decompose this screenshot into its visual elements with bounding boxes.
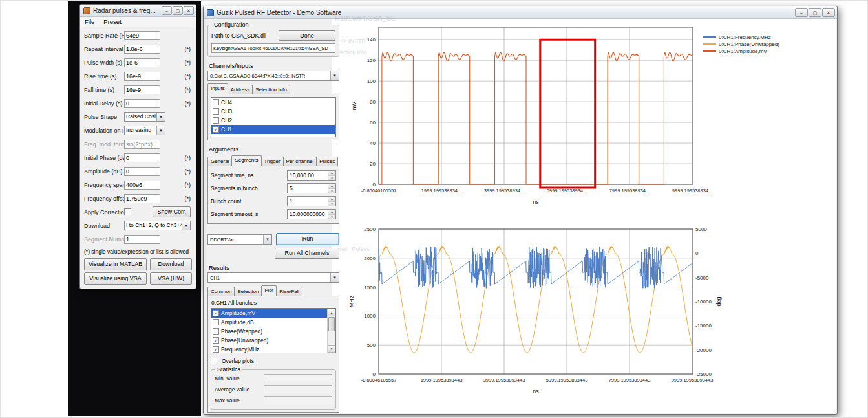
scrollbar[interactable]: ▲ ▼ — [327, 309, 335, 353]
spin-down-icon[interactable]: ▾ — [328, 176, 335, 181]
checkbox-icon[interactable] — [213, 108, 219, 115]
visualize-vsa-button[interactable]: Visualize using VSA — [84, 272, 147, 285]
plot-item-phase-unwrapped[interactable]: ✓ Phase(Unwrapped) — [211, 336, 327, 345]
tab-address[interactable]: Address — [228, 85, 253, 94]
checkbox-checked-icon[interactable]: ✓ — [213, 346, 219, 353]
channel-item-ch1[interactable]: ✓ CH1 — [211, 125, 335, 134]
minimize-button[interactable]: – — [162, 6, 172, 15]
checkbox-icon[interactable] — [213, 99, 219, 105]
channel-item-ch3[interactable]: CH3 — [211, 107, 335, 116]
visualize-matlab-button[interactable]: Visualize in MATLAB — [84, 258, 147, 270]
plot-item-amplitude-mv[interactable]: ✓ Amplitude,mV — [211, 309, 327, 318]
modulation-select[interactable]: Increasing ▾ — [124, 126, 165, 135]
repeat-interval-input[interactable]: 1.8e-6 — [124, 45, 160, 54]
amplitude-input[interactable]: 0 — [124, 167, 160, 176]
channel-item-ch4[interactable]: CH4 — [211, 98, 335, 107]
algorithm-select[interactable]: DDCRTVar ▾ — [207, 234, 272, 245]
checkbox-checked-icon[interactable]: ✓ — [213, 337, 219, 344]
spin-down-icon[interactable]: ▾ — [328, 202, 335, 206]
spin-down-icon[interactable]: ▾ — [328, 189, 335, 193]
tick-label: 3999.199538934... — [484, 188, 525, 193]
segment-number-input[interactable]: 1 — [124, 235, 160, 244]
initial-delay-input[interactable]: 0 — [124, 99, 160, 108]
download-button[interactable]: Download — [150, 258, 192, 270]
vsa-hw-button[interactable]: VSA (HW) — [150, 272, 192, 285]
tab-trigger[interactable]: Trigger — [261, 157, 284, 166]
run-all-channels-button[interactable]: Run All Channels — [275, 248, 339, 259]
menu-file[interactable]: File — [80, 17, 99, 26]
min-value-field[interactable] — [264, 374, 332, 382]
frequency-offset-input[interactable]: 1.750e9 — [124, 194, 160, 203]
close-button[interactable]: ✕ — [822, 8, 835, 17]
tab-general[interactable]: General — [207, 157, 232, 166]
field-suffix: (*) — [185, 195, 191, 202]
download-select[interactable]: I to Ch1+2, Q to Ch3+4... ▾ — [124, 221, 191, 230]
tab-selection-info[interactable]: Selection Info — [252, 85, 290, 94]
pulse-width-input[interactable]: 1e-6 — [124, 58, 160, 67]
device-select[interactable]: 0.Slot 3, GSA ADC 6044:PXI43::0::0::INST… — [207, 71, 339, 81]
overlap-plots-checkbox[interactable] — [211, 358, 217, 364]
tab-inputs[interactable]: Inputs — [207, 83, 228, 94]
sdk-path-input[interactable]: Keysight\GSA1 Toolkit 4600DCVAR101\x64\G… — [211, 43, 335, 53]
sample-rate-input[interactable]: 64e9 — [124, 31, 160, 40]
scroll-thumb[interactable] — [328, 317, 335, 331]
checkbox-icon[interactable] — [213, 328, 219, 335]
tab-pulses[interactable]: Pulses — [316, 157, 338, 166]
plot-item-amplitude-db[interactable]: Amplitude,dB — [211, 318, 327, 327]
pulse-shape-select[interactable]: Raised Cosi... ▾ — [124, 112, 165, 122]
spin-up-icon[interactable]: ▴ — [328, 171, 335, 176]
guzik-titlebar[interactable]: Guzik Pulsed RF Detector - Demo Software… — [204, 6, 837, 19]
plot-item-frequency-mhz[interactable]: ✓ Frequency,MHz — [211, 345, 327, 353]
checkbox-checked-icon[interactable]: ✓ — [213, 126, 219, 133]
spin-up-icon[interactable]: ▴ — [328, 210, 335, 215]
scroll-up-icon[interactable]: ▲ — [328, 309, 335, 316]
field-suffix: (*) — [185, 73, 191, 80]
run-button[interactable]: Run — [276, 233, 339, 245]
field-row: Repeat interval (s) 1.8e-6 (*) — [80, 42, 196, 56]
legend-item: 0:CH1:Phase(Unwrapped) — [703, 41, 779, 47]
tab-common[interactable]: Common — [207, 287, 235, 296]
channel-item-ch2[interactable]: CH2 — [211, 116, 335, 125]
results-channel-select[interactable]: CH1 ▾ — [207, 272, 339, 283]
dropdown-arrow-icon[interactable]: ▾ — [156, 113, 165, 121]
plot-item-phase-wrapped[interactable]: Phase(Wrapped) — [211, 327, 327, 336]
scroll-down-icon[interactable]: ▼ — [328, 345, 335, 353]
dropdown-arrow-icon[interactable]: ▾ — [156, 126, 165, 135]
radar-titlebar[interactable]: Radar pulses & freq... – ▢ ✕ — [80, 5, 196, 17]
path-label: Path to GSA_SDK.dll — [211, 32, 266, 39]
dropdown-arrow-icon[interactable]: ▾ — [182, 221, 190, 230]
apply-correction-checkbox[interactable] — [124, 208, 131, 215]
segments-in-bunch-input[interactable]: 5 ▴ ▾ — [287, 183, 336, 193]
tab-segments[interactable]: Segments — [231, 155, 261, 166]
dropdown-arrow-icon[interactable]: ▾ — [263, 235, 271, 244]
checkbox-icon[interactable] — [213, 117, 219, 124]
checkbox-checked-icon[interactable]: ✓ — [213, 310, 219, 316]
max-value-field[interactable] — [264, 396, 332, 404]
dropdown-arrow-icon[interactable]: ▾ — [330, 273, 339, 282]
dropdown-arrow-icon[interactable]: ▾ — [330, 71, 339, 80]
tab-rise-fall[interactable]: Rise/Fall — [276, 287, 302, 296]
rise-time-input[interactable]: 16e-9 — [124, 72, 160, 81]
done-button[interactable]: Done — [279, 30, 335, 41]
initial-phase-input[interactable]: 0 — [124, 153, 160, 162]
show-corr-button[interactable]: Show Corr. — [153, 206, 191, 217]
maximize-button[interactable]: ▢ — [173, 6, 183, 15]
bunch-count-input[interactable]: 1 ▴ ▾ — [287, 196, 336, 206]
menu-preset[interactable]: Preset — [99, 17, 125, 26]
segment-timeout-input[interactable]: 10.000000000 ▴ ▾ — [287, 209, 336, 219]
tab-selection[interactable]: Selection — [234, 287, 262, 296]
tab-plot[interactable]: Plot — [261, 285, 277, 296]
scroll-track[interactable] — [328, 316, 335, 345]
tab-per-channel[interactable]: Per channel — [283, 157, 317, 166]
maximize-button[interactable]: ▢ — [809, 8, 821, 17]
spin-down-icon[interactable]: ▾ — [328, 215, 335, 219]
minimize-button[interactable]: – — [795, 8, 808, 17]
close-button[interactable]: ✕ — [184, 6, 194, 15]
average-value-field[interactable] — [264, 385, 332, 393]
fall-time-input[interactable]: 16e-9 — [124, 85, 160, 94]
segment-time-input[interactable]: 10,000.00 ▴ ▾ — [287, 170, 336, 181]
spin-up-icon[interactable]: ▴ — [328, 184, 335, 189]
frequency-span-input[interactable]: 400e6 — [124, 181, 160, 190]
spin-up-icon[interactable]: ▴ — [328, 197, 335, 202]
checkbox-icon[interactable] — [213, 319, 219, 325]
